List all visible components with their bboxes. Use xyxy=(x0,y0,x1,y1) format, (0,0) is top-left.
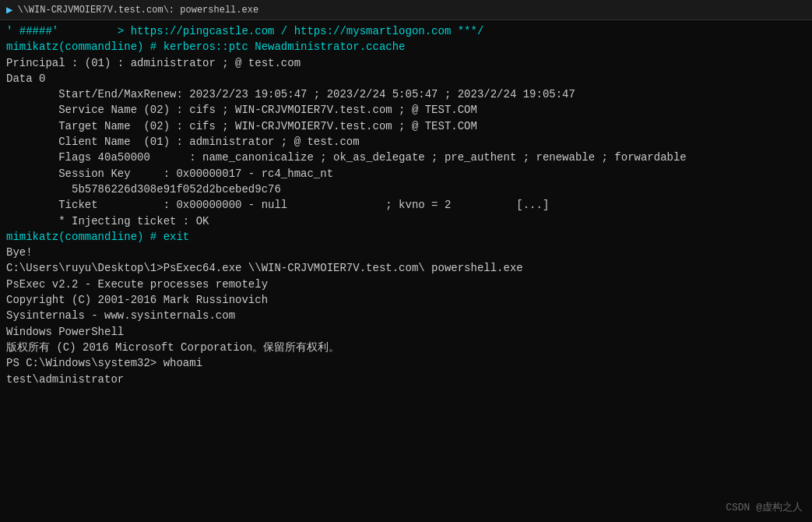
terminal-line: * Injecting ticket : OK xyxy=(6,213,806,229)
terminal-line: PS C:\Windows\system32> whoami xyxy=(6,355,806,371)
terminal-line: ' #####' > https://pingcastle.com / http… xyxy=(6,23,806,39)
terminal-line: C:\Users\ruyu\Desktop\1>PsExec64.exe \\W… xyxy=(6,260,806,276)
terminal-line: Flags 40a50000 : name_canonicalize ; ok_… xyxy=(6,150,806,165)
terminal-line: Sysinternals - www.sysinternals.com xyxy=(6,308,806,323)
terminal-line: mimikatz(commandline) # kerberos::ptc Ne… xyxy=(6,39,806,55)
terminal-content: ' #####' > https://pingcastle.com / http… xyxy=(6,23,806,387)
watermark: CSDN @虚构之人 xyxy=(726,500,803,514)
terminal-line: 版权所有 (C) 2016 Microsoft Corporation。保留所有… xyxy=(6,340,806,355)
terminal-line: mimikatz(commandline) # exit xyxy=(6,229,806,245)
terminal-icon: ▶ xyxy=(6,3,12,16)
terminal-line: Data 0 xyxy=(6,71,806,86)
terminal-line: PsExec v2.2 - Execute processes remotely xyxy=(6,277,806,292)
terminal-line: Windows PowerShell xyxy=(6,324,806,340)
terminal-line: Start/End/MaxRenew: 2023/2/23 19:05:47 ;… xyxy=(6,86,806,102)
terminal-line: Target Name (02) : cifs ; WIN-CRJVMOIER7… xyxy=(6,118,806,134)
terminal-line: Ticket : 0x00000000 - null ; kvno = 2 [.… xyxy=(6,197,806,213)
title-bar: ▶ \\WIN-CRJVMOIER7V.test.com\: powershel… xyxy=(0,0,812,20)
terminal-line: 5b5786226d308e91f052d2bcebed9c76 xyxy=(6,182,806,197)
terminal-line: Copyright (C) 2001-2016 Mark Russinovich xyxy=(6,292,806,308)
terminal-window[interactable]: ' #####' > https://pingcastle.com / http… xyxy=(0,20,812,522)
terminal-line: Session Key : 0x00000017 - rc4_hmac_nt xyxy=(6,166,806,182)
title-bar-text: \\WIN-CRJVMOIER7V.test.com\: powershell.… xyxy=(17,5,258,16)
terminal-line: Service Name (02) : cifs ; WIN-CRJVMOIER… xyxy=(6,102,806,118)
terminal-line: Principal : (01) : administrator ; @ tes… xyxy=(6,55,806,71)
terminal-line: Bye! xyxy=(6,245,806,260)
terminal-line: Client Name (01) : administrator ; @ tes… xyxy=(6,134,806,150)
terminal-line: test\administrator xyxy=(6,372,806,387)
